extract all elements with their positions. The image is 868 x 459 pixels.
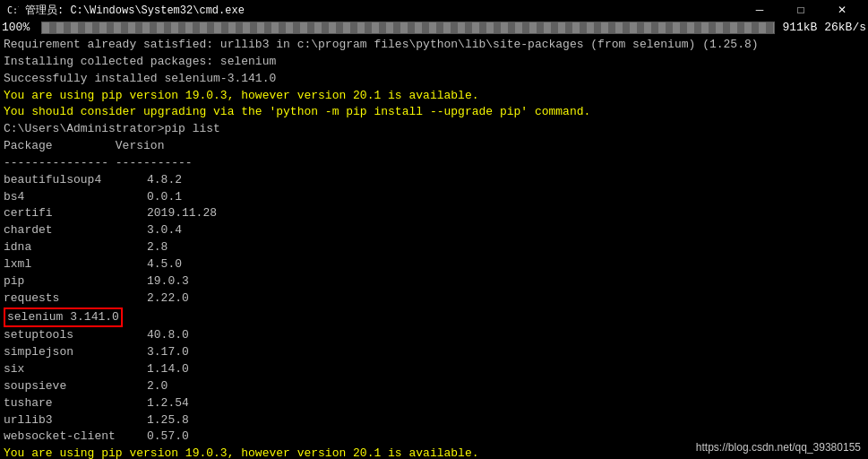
progress-fill [42,22,774,33]
package-version: 4.5.0 [147,256,182,273]
package-version: 3.0.4 [147,222,182,239]
package-name: tushare [4,395,147,412]
package-row: tushare 1.2.54 [4,395,864,412]
output-line: You should consider upgrading via the 'p… [4,104,864,121]
package-name: simplejson [4,344,147,361]
package-name: bs4 [4,189,147,206]
package-row: simplejson 3.17.0 [4,344,864,361]
output-line: C:\Users\Administrator>pip list [4,121,864,138]
package-version: 0.0.1 [147,189,182,206]
package-name: certifi [4,205,147,222]
package-name: beautifulsoup4 [4,172,147,189]
package-version: 2.8 [147,239,168,256]
maximize-button[interactable]: □ [780,0,821,20]
package-row: six 1.14.0 [4,361,864,378]
package-row: certifi 2019.11.28 [4,205,864,222]
output-line: Installing collected packages: selenium [4,54,864,71]
package-name: soupsieve [4,378,147,395]
titlebar: C:\ 管理员: C:\Windows\System32\cmd.exe ─ □… [0,0,868,20]
package-row: bs4 0.0.1 [4,189,864,206]
package-name: idna [4,239,147,256]
package-row: requests 2.22.0 [4,290,864,307]
package-version: 1.25.8 [147,412,189,429]
close-button[interactable]: ✕ [821,0,863,20]
package-name: selenium [7,310,63,324]
package-version: 3.141.0 [63,310,118,324]
package-version: 1.2.54 [147,395,189,412]
output-line: Successfully installed selenium-3.141.0 [4,71,864,88]
package-version: 40.8.0 [147,327,189,344]
package-name: requests [4,290,147,307]
package-row: beautifulsoup4 4.8.2 [4,172,864,189]
progress-speed: 911kB 26kB/s [782,21,866,34]
package-version: 2.0 [147,378,168,395]
selenium-highlight: selenium 3.141.0 [4,307,123,328]
package-version: 1.14.0 [147,361,189,378]
package-row: setuptools 40.8.0 [4,327,864,344]
progress-percent: 100% [2,21,34,34]
package-name: lxml [4,256,147,273]
package-row: chardet 3.0.4 [4,222,864,239]
watermark: https://blog.csdn.net/qq_39380155 [696,441,861,454]
package-name: six [4,361,147,378]
progress-bar-area: 100% 911kB 26kB/s [0,20,868,35]
package-name: urllib3 [4,412,147,429]
package-version: 2.22.0 [147,290,189,307]
titlebar-controls: ─ □ ✕ [739,0,863,20]
titlebar-title: 管理员: C:\Windows\System32\cmd.exe [25,3,245,18]
package-version: 2019.11.28 [147,205,217,222]
titlebar-left: C:\ 管理员: C:\Windows\System32\cmd.exe [5,3,245,18]
package-name: setuptools [4,327,147,344]
minimize-button[interactable]: ─ [739,0,780,20]
output-lines: Requirement already satisfied: urllib3 i… [4,37,864,172]
progress-track [41,22,775,34]
package-row: urllib3 1.25.8 [4,412,864,429]
package-row: lxml 4.5.0 [4,256,864,273]
package-name: pip [4,273,147,290]
package-row: selenium 3.141.0 [4,307,864,328]
package-version: 0.57.0 [147,429,189,446]
output-line: --------------- ----------- [4,155,864,172]
output-line: Requirement already satisfied: urllib3 i… [4,37,864,54]
package-name: websocket-client [4,429,147,446]
terminal: Requirement already satisfied: urllib3 i… [0,35,868,459]
packages-list: beautifulsoup4 4.8.2bs4 0.0.1certifi 201… [4,172,864,446]
svg-text:C:\: C:\ [7,5,19,15]
package-version: 4.8.2 [147,172,182,189]
package-row: idna 2.8 [4,239,864,256]
package-name: chardet [4,222,147,239]
output-line: Package Version [4,138,864,155]
package-version: 3.17.0 [147,344,189,361]
package-row: soupsieve 2.0 [4,378,864,395]
cmd-icon: C:\ [5,3,20,17]
output-line: You are using pip version 19.0.3, howeve… [4,88,864,105]
package-row: pip 19.0.3 [4,273,864,290]
window: C:\ 管理员: C:\Windows\System32\cmd.exe ─ □… [0,0,868,459]
package-version: 19.0.3 [147,273,189,290]
